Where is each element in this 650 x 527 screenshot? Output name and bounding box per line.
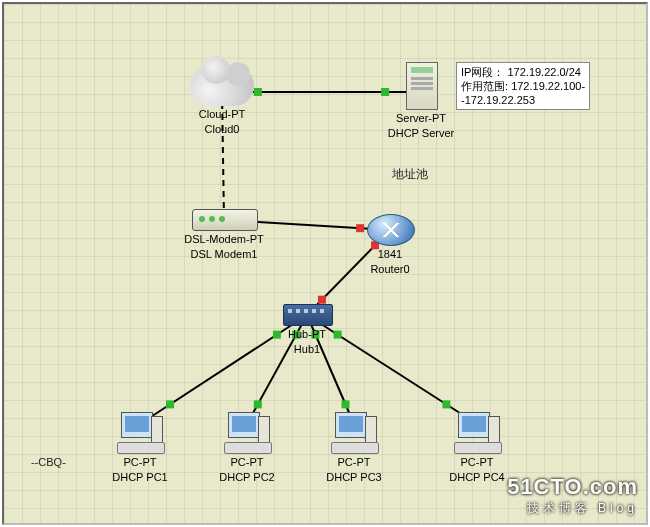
device-name: Router0	[367, 263, 413, 276]
workspace-canvas[interactable]: IP网段： 172.19.22.0/24 作用范围: 172.19.22.100…	[2, 2, 648, 525]
modem-icon	[192, 209, 258, 231]
device-type: Hub-PT	[283, 328, 331, 341]
device-type: Cloud-PT	[190, 108, 254, 121]
svg-rect-6	[356, 224, 364, 232]
device-pc1[interactable]: PC-PT DHCP PC1	[117, 412, 163, 484]
info-value: -172.19.22.253	[461, 94, 535, 106]
svg-rect-2	[381, 88, 389, 96]
info-line-1: IP网段： 172.19.22.0/24	[461, 65, 585, 79]
svg-line-19	[307, 315, 477, 424]
device-name: DSL Modem1	[178, 248, 270, 261]
watermark: 51CTO.com 技术博客 Blog	[507, 474, 638, 517]
device-type: DSL-Modem-PT	[178, 233, 270, 246]
watermark-line1: 51CTO.com	[507, 474, 638, 500]
author-footnote: --CBQ-	[31, 456, 66, 468]
device-type: PC-PT	[210, 456, 284, 469]
svg-rect-1	[254, 88, 262, 96]
cloud-icon	[190, 66, 254, 106]
svg-rect-15	[254, 400, 262, 408]
svg-rect-20	[334, 331, 342, 339]
app-frame: IP网段： 172.19.22.0/24 作用范围: 172.19.22.100…	[0, 0, 650, 527]
device-name: DHCP PC2	[210, 471, 284, 484]
pc-icon	[454, 412, 500, 454]
device-name: DHCP PC4	[440, 471, 514, 484]
device-type: 1841	[367, 248, 413, 261]
router-icon	[367, 214, 415, 246]
info-value: 172.19.22.0/24	[507, 66, 580, 78]
device-name: DHCP PC1	[103, 471, 177, 484]
info-label: IP网段：	[461, 66, 504, 78]
info-line-3: -172.19.22.253	[461, 93, 585, 107]
pc-icon	[224, 412, 270, 454]
hub-icon	[283, 304, 333, 326]
device-pc4[interactable]: PC-PT DHCP PC4	[454, 412, 500, 484]
device-pc2[interactable]: PC-PT DHCP PC2	[224, 412, 270, 484]
device-name: DHCP Server	[382, 127, 460, 140]
info-value: 172.19.22.100-	[511, 80, 585, 92]
device-type: PC-PT	[317, 456, 391, 469]
device-name: DHCP PC3	[317, 471, 391, 484]
svg-rect-9	[318, 296, 326, 304]
svg-rect-21	[442, 400, 450, 408]
device-server[interactable]: Server-PT DHCP Server	[406, 62, 436, 140]
watermark-line2: 技术博客 Blog	[507, 500, 638, 517]
svg-rect-11	[273, 331, 281, 339]
info-line-2: 作用范围: 172.19.22.100-	[461, 79, 585, 93]
device-cloud[interactable]: Cloud-PT Cloud0	[190, 66, 254, 136]
dhcp-info-box: IP网段： 172.19.22.0/24 作用范围: 172.19.22.100…	[456, 62, 590, 110]
device-name: Hub1	[283, 343, 331, 356]
device-modem[interactable]: DSL-Modem-PT DSL Modem1	[192, 209, 256, 261]
info-label: 作用范围:	[461, 80, 508, 92]
svg-rect-18	[342, 400, 350, 408]
pc-icon	[331, 412, 377, 454]
address-pool-label: 地址池	[392, 166, 428, 183]
device-type: Server-PT	[382, 112, 460, 125]
svg-line-10	[140, 315, 307, 424]
svg-rect-12	[166, 400, 174, 408]
server-icon	[406, 62, 438, 110]
device-name: Cloud0	[190, 123, 254, 136]
device-hub[interactable]: Hub-PT Hub1	[283, 304, 331, 356]
device-type: PC-PT	[103, 456, 177, 469]
device-router[interactable]: 1841 Router0	[367, 214, 413, 276]
device-pc3[interactable]: PC-PT DHCP PC3	[331, 412, 377, 484]
pc-icon	[117, 412, 163, 454]
device-type: PC-PT	[440, 456, 514, 469]
